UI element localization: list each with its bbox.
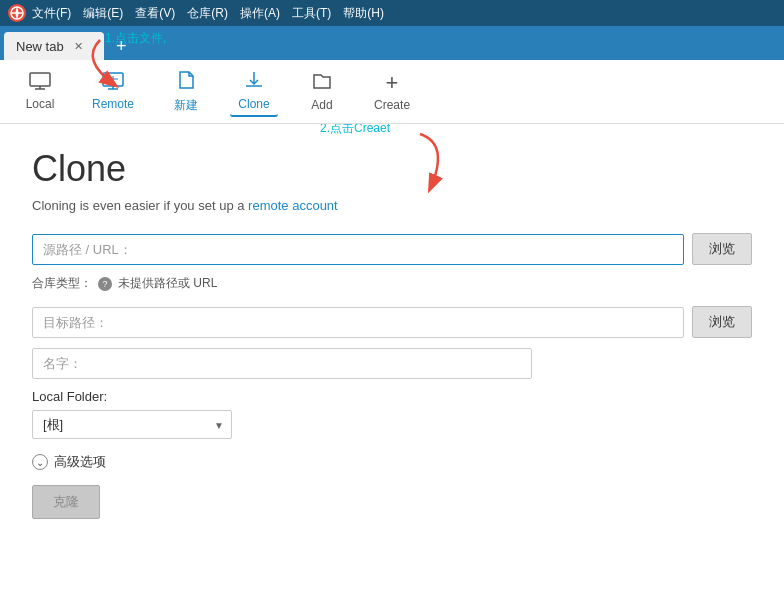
add-icon (311, 71, 333, 94)
title-bar: 文件(F) 编辑(E) 查看(V) 仓库(R) 操作(A) 工具(T) 帮助(H… (0, 0, 784, 26)
repo-type-value: 未提供路径或 URL (118, 275, 217, 292)
local-folder-section: Local Folder: [根] ▼ (32, 389, 752, 439)
clone-icon (243, 70, 265, 93)
remote-icon (102, 72, 124, 93)
create-icon: + (386, 72, 399, 94)
toolbar-wrapper: Local Remote 新建 (0, 60, 784, 124)
advanced-expand-icon: ⌄ (32, 454, 48, 470)
tab-new[interactable]: New tab ✕ (4, 32, 104, 60)
dest-row: 浏览 (32, 306, 752, 338)
menu-view[interactable]: 查看(V) (135, 5, 175, 22)
new-label: 新建 (174, 97, 198, 114)
local-label: Local (26, 97, 55, 111)
annotation2-text: 2.点击Creaet (320, 124, 390, 137)
toolbar-add[interactable]: Add (298, 67, 346, 116)
menu-tools[interactable]: 工具(T) (292, 5, 331, 22)
tab-label: New tab (16, 39, 64, 54)
name-row (32, 348, 752, 379)
add-label: Add (311, 98, 332, 112)
clone-button[interactable]: 克隆 (32, 485, 100, 519)
remote-label: Remote (92, 97, 134, 111)
new-icon (176, 70, 196, 93)
local-folder-select[interactable]: [根] (32, 410, 232, 439)
advanced-options-row[interactable]: ⌄ 高级选项 (32, 453, 752, 471)
menu-action[interactable]: 操作(A) (240, 5, 280, 22)
toolbar: Local Remote 新建 (0, 60, 784, 124)
local-folder-label: Local Folder: (32, 389, 752, 404)
toolbar-clone[interactable]: Clone (230, 66, 278, 117)
app-logo (8, 4, 26, 22)
local-folder-select-wrapper: [根] ▼ (32, 410, 232, 439)
svg-rect-2 (30, 73, 50, 86)
name-input[interactable] (32, 348, 532, 379)
toolbar-remote[interactable]: Remote (84, 68, 142, 115)
info-icon[interactable]: ? (98, 277, 112, 291)
tab-bar: New tab ✕ + (0, 26, 784, 60)
menu-repo[interactable]: 仓库(R) (187, 5, 228, 22)
menu-help[interactable]: 帮助(H) (343, 5, 384, 22)
menu-file[interactable]: 文件(F) (32, 5, 71, 22)
dest-browse-button[interactable]: 浏览 (692, 306, 752, 338)
create-label: Create (374, 98, 410, 112)
clone-label: Clone (238, 97, 269, 111)
main-content: 2.点击Creaet Clone Cloning is even easier … (0, 124, 784, 592)
toolbar-create[interactable]: + Create (366, 68, 418, 116)
menu-edit[interactable]: 编辑(E) (83, 5, 123, 22)
tab-close-button[interactable]: ✕ (72, 39, 86, 53)
subtitle-text: Cloning is even easier if you set up a (32, 198, 244, 213)
subtitle: Cloning is even easier if you set up a r… (32, 198, 752, 213)
dest-input[interactable] (32, 307, 684, 338)
url-row: 浏览 (32, 233, 752, 265)
advanced-label: 高级选项 (54, 453, 106, 471)
toolbar-new[interactable]: 新建 (162, 66, 210, 118)
page-title: Clone (32, 148, 752, 190)
menu-bar[interactable]: 文件(F) 编辑(E) 查看(V) 仓库(R) 操作(A) 工具(T) 帮助(H… (32, 5, 384, 22)
repo-type-row: 合库类型： ? 未提供路径或 URL (32, 275, 752, 292)
repo-type-label: 合库类型： (32, 275, 92, 292)
toolbar-local[interactable]: Local (16, 68, 64, 115)
remote-account-link[interactable]: remote account (248, 198, 338, 213)
url-browse-button[interactable]: 浏览 (692, 233, 752, 265)
local-icon (29, 72, 51, 93)
url-input[interactable] (32, 234, 684, 265)
new-tab-button[interactable]: + (108, 32, 135, 60)
